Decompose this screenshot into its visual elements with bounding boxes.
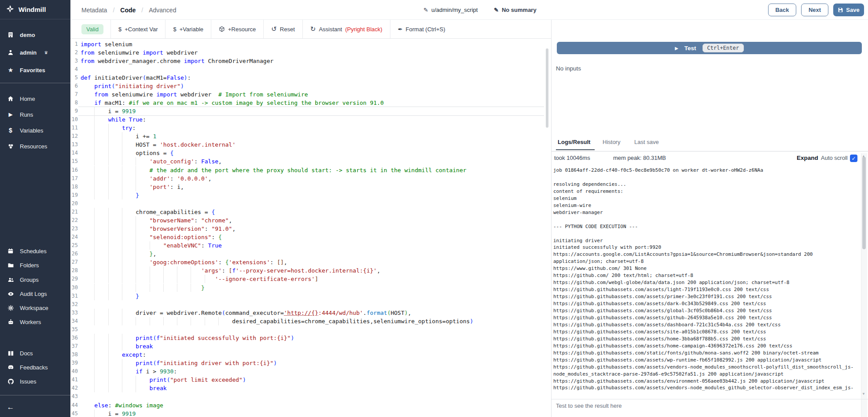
sidebar-item-issues[interactable]: Issues	[0, 375, 70, 388]
indent-guide	[136, 284, 136, 292]
sidebar-item-workspace-settings[interactable]: Workspace	[0, 301, 70, 314]
sidebar-item-runs[interactable]: ▶ Runs	[0, 108, 70, 121]
indent-guide	[94, 132, 95, 140]
tab-advanced[interactable]: Advanced	[149, 7, 176, 14]
sidebar-item-schedules[interactable]: Schedules	[0, 244, 70, 258]
indent-guide	[136, 250, 136, 258]
sidebar-collapse-button[interactable]: ←	[0, 401, 70, 414]
indent-guide	[122, 292, 122, 300]
log-output[interactable]: job 01864aff-22dd-cf40-f0c5-0ec8e9b50c70…	[552, 167, 860, 417]
code-line: if macM1: #if we are on mac m1 -> custom…	[81, 99, 384, 107]
sidebar-item-workers[interactable]: Workers	[0, 315, 70, 328]
tab-logs-result[interactable]: Logs/Result	[558, 139, 590, 145]
line-number: 21	[70, 208, 78, 216]
save-button[interactable]: Save	[833, 4, 864, 16]
add-context-var-button[interactable]: $ +Context Var	[110, 20, 166, 38]
log-line: --- PYTHON CODE EXECUTION ---	[553, 223, 638, 230]
sidebar-item-folders[interactable]: Folders	[0, 258, 70, 272]
indent-guide	[94, 241, 95, 250]
indent-guide	[94, 342, 95, 351]
indent-guide	[150, 241, 150, 250]
undo-icon: ↺	[271, 25, 277, 33]
lint-status-badge: Valid	[81, 24, 103, 34]
indent-guide	[163, 317, 164, 325]
sidebar-item-feedbacks[interactable]: Feedbacks	[0, 361, 70, 374]
tab-history[interactable]: History	[603, 139, 620, 145]
indent-guide	[94, 309, 95, 317]
add-resource-button[interactable]: +Resource	[211, 20, 263, 38]
indent-guide	[108, 334, 109, 342]
building-icon	[7, 32, 14, 38]
sidebar-item-groups[interactable]: Groups	[0, 273, 70, 286]
indent-guide	[94, 233, 95, 241]
indent-guide	[108, 233, 109, 241]
add-variable-button[interactable]: $ +Variable	[165, 20, 211, 38]
indent-guide	[108, 132, 109, 140]
log-line: https://github.githubassets.com/assets/h…	[553, 336, 766, 343]
line-number: 3	[70, 57, 78, 65]
line-number: 30	[70, 284, 78, 292]
script-path[interactable]: ✎ u/admin/my_script	[423, 0, 478, 20]
reset-button[interactable]: ↺ Reset	[263, 20, 302, 38]
app-logo[interactable]: Windmill	[0, 0, 70, 19]
indent-guide	[218, 317, 219, 325]
current-line-box	[78, 107, 544, 116]
sidebar-item-favorites[interactable]: ★ Favorites	[0, 63, 70, 77]
indent-guide	[122, 216, 122, 225]
sidebar-item-user[interactable]: admin ♛	[0, 46, 70, 59]
indent-guide	[191, 266, 191, 275]
line-number: 5	[70, 74, 78, 82]
play-icon: ▶	[7, 111, 14, 118]
log-line: https://github.githubassets.com/assets/g…	[553, 314, 772, 321]
result-placeholder: Test to see the result here	[556, 402, 622, 409]
sidebar-item-variables[interactable]: $ Variables	[0, 124, 70, 137]
indent-guide	[122, 317, 122, 325]
indent-guide	[108, 250, 109, 258]
indent-guide	[122, 183, 122, 191]
scroll-down-icon[interactable]: ▼	[862, 392, 865, 396]
line-number: 4	[70, 65, 78, 74]
sidebar-item-audit-logs[interactable]: Audit Logs	[0, 287, 70, 300]
indent-guide	[108, 216, 109, 225]
line-number: 35	[70, 325, 78, 334]
indent-guide	[94, 166, 95, 174]
floppy-icon	[838, 7, 843, 13]
assistant-button[interactable]: ↻ Assistant (Pyright Black)	[302, 20, 390, 38]
indent-guide	[94, 107, 95, 115]
log-scrollbar-thumb[interactable]	[862, 157, 866, 249]
groups-label: Groups	[20, 277, 39, 283]
log-line: https://github.com/ 200 text/html; chars…	[553, 272, 693, 279]
indent-guide	[136, 183, 136, 191]
indent-guide	[122, 258, 122, 266]
script-summary-text: No summary	[502, 7, 537, 13]
tab-last-save[interactable]: Last save	[634, 139, 659, 145]
back-button[interactable]: Back	[768, 4, 796, 16]
next-button[interactable]: Next	[801, 4, 828, 16]
script-summary[interactable]: ✎ No summary	[494, 0, 537, 20]
indent-guide	[108, 241, 109, 250]
user-name: admin	[20, 49, 37, 56]
indent-guide	[136, 233, 136, 241]
indent-guide	[122, 275, 122, 283]
sidebar-item-resources[interactable]: Resources	[0, 140, 70, 153]
editor-scrollbar-thumb[interactable]	[546, 48, 548, 128]
sidebar-item-workspace[interactable]: demo	[0, 28, 70, 41]
autoscroll-checkbox[interactable]: ✓	[850, 155, 857, 162]
indent-guide	[94, 149, 95, 157]
line-number: 45	[70, 410, 78, 417]
sidebar-item-home[interactable]: Home	[0, 92, 70, 105]
code-editor[interactable]: 1234567891011121314151617181920212223242…	[70, 39, 551, 417]
indent-guide	[108, 174, 109, 183]
tab-code[interactable]: Code	[120, 7, 136, 14]
workspace-label: Workspace	[20, 305, 48, 311]
expand-button[interactable]: Expand	[797, 155, 818, 161]
line-number: 24	[70, 233, 78, 241]
tab-metadata[interactable]: Metadata	[81, 7, 107, 14]
sidebar-item-docs[interactable]: Docs	[0, 347, 70, 360]
code-line: try:	[81, 124, 136, 132]
pencil-icon: ✎	[494, 7, 499, 13]
format-button[interactable]: ✒ Format (Ctrl+S)	[390, 20, 453, 38]
people-icon	[7, 277, 14, 283]
indent-guide	[108, 342, 109, 351]
test-button[interactable]: ▶ Test Ctrl+Enter	[557, 42, 862, 54]
